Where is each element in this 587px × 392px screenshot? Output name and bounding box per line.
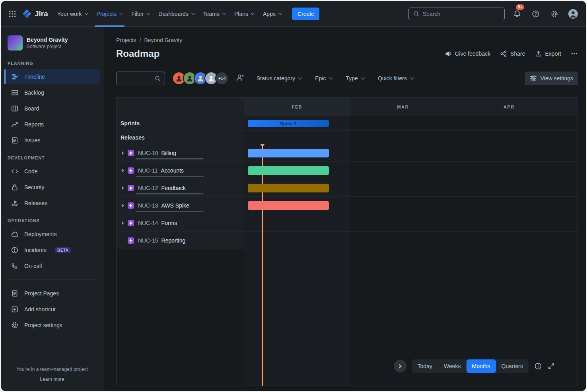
sidebar-item-backlog[interactable]: Backlog [4,85,100,100]
filter-quick-filters[interactable]: Quick filters [378,75,413,82]
main-content: Projects Beyond Gravity Roadmap Give fee… [103,27,586,391]
epic-row-nuc-11[interactable]: NUC-11 Accounts [117,162,577,179]
epic-row-nuc-15[interactable]: NUC-15 Reporting [117,232,577,249]
nav-plans[interactable]: Plans [230,1,259,27]
sidebar-item-incidents[interactable]: Incidents BETA [4,243,100,258]
megaphone-icon [445,50,452,57]
jira-logo[interactable]: Jira [22,9,48,19]
sidebar-item-releases[interactable]: Releases [4,196,100,211]
export-button[interactable]: Export [535,50,561,57]
expand-icon [548,363,555,370]
expand-chevron-icon[interactable] [119,202,126,209]
breadcrumb-project-name[interactable]: Beyond Gravity [144,37,182,43]
breadcrumb-projects[interactable]: Projects [116,37,136,43]
expand-chevron-icon[interactable] [119,184,126,192]
sidebar-item-label: Project settings [24,322,62,328]
phone-icon [11,262,19,270]
filter-type[interactable]: Type [346,75,364,82]
timeline-cell-partial [562,144,577,161]
sidebar-item-add-shortcut[interactable]: Add shortcut [4,302,100,317]
filter-label: Type [346,75,358,82]
timeline-cell-apr [456,144,562,161]
timeline-info-button[interactable] [534,362,542,370]
filter-status-category[interactable]: Status category [257,75,301,82]
profile-button[interactable] [567,8,579,20]
timeline-search-input[interactable] [120,75,154,82]
filter-bar: Status category Epic Type Quick filters [257,75,413,82]
page-header: Roadmap Give feedback [116,47,586,60]
sidebar-item-board[interactable]: Board [4,101,100,116]
info-icon [534,362,542,370]
scroll-right-button[interactable] [394,360,406,373]
share-label: Share [510,50,525,57]
share-button[interactable]: Share [500,50,525,57]
today-button[interactable]: Today [412,359,438,373]
sidebar-item-project-pages[interactable]: Project Pages [4,286,100,301]
filter-epic[interactable]: Epic [315,75,332,82]
help-button[interactable]: ? [529,8,542,20]
epic-schedule-bar[interactable] [248,184,329,192]
give-feedback-button[interactable]: Give feedback [445,50,491,57]
add-shortcut-icon [11,305,19,313]
breadcrumb: Projects Beyond Gravity [116,37,586,43]
epic-icon [128,167,134,174]
unit-quarters-button[interactable]: Quarters [496,359,529,373]
section-title-planning: PLANNING [1,54,103,69]
epic-row-names: NUC-13 AWS Spike [117,197,244,214]
sidebar-item-deployments[interactable]: Deployments [4,227,100,242]
epic-schedule-bar[interactable] [248,166,329,175]
epic-row-nuc-12[interactable]: NUC-12 Feedback [117,179,577,197]
nav-your-work[interactable]: Your work [53,1,92,27]
search-icon [413,10,420,17]
epic-row-nuc-10[interactable]: NUC-10 Billing [117,144,577,162]
board-icon [11,105,19,113]
learn-more-link[interactable]: Learn more [8,376,97,382]
more-actions-button[interactable] [571,50,578,57]
breadcrumb-separator [140,37,141,43]
epic-row-nuc-14[interactable]: NUC-14 Forms [117,214,577,232]
sidebar-item-timeline[interactable]: Timeline [4,69,100,84]
timeline-search[interactable] [116,72,165,85]
fullscreen-button[interactable] [548,363,555,370]
view-settings-button[interactable]: View settings [525,72,578,85]
nav-teams[interactable]: Teams [199,1,230,27]
jira-app: Jira Your work Projects Filter Dashboard… [1,1,586,391]
create-button[interactable]: Create [292,8,319,20]
sliders-icon [530,75,537,82]
nav-filter[interactable]: Filter [127,1,154,27]
global-search-input[interactable] [423,11,500,17]
sprint-bar[interactable]: Sprint 2 [248,120,329,127]
epic-name: Accounts [161,167,184,174]
sidebar-item-label: Timeline [24,74,45,80]
expand-chevron-icon[interactable] [119,149,126,157]
sidebar-item-code[interactable]: Code [4,164,100,179]
settings-button[interactable] [548,8,561,20]
global-search[interactable] [408,8,505,20]
nav-dashboards[interactable]: Dashboards [154,1,199,27]
avatar-overflow-count[interactable]: +14 [215,72,229,85]
app-switcher-button[interactable] [6,8,19,20]
project-type: Software project [27,44,68,49]
nav-apps[interactable]: Apps [259,1,286,27]
sidebar-item-issues[interactable]: Issues [4,133,100,148]
unit-months-button[interactable]: Months [466,359,496,373]
add-people-button[interactable] [236,73,245,83]
sidebar-item-reports[interactable]: Reports [4,117,100,132]
nav-projects[interactable]: Projects [92,1,127,27]
sidebar-item-project-settings[interactable]: Project settings [4,318,100,333]
epic-key: NUC-11 [138,167,158,174]
epic-name: AWS Spike [161,202,189,209]
document-icon [11,289,19,297]
unit-weeks-button[interactable]: Weeks [438,359,466,373]
sidebar-item-security[interactable]: Security [4,180,100,195]
expand-chevron-icon[interactable] [119,219,126,227]
epic-schedule-bar[interactable] [248,149,329,157]
epic-row-nuc-13[interactable]: NUC-13 AWS Spike [117,197,577,214]
expand-chevron-icon[interactable] [119,167,126,174]
timeline-cell-partial [562,116,577,130]
share-icon [500,50,507,57]
epic-schedule-bar[interactable] [248,201,329,210]
sidebar-item-on-call[interactable]: On-call [4,258,100,274]
navbar-right-cluster: 9+ ? [408,8,579,20]
notifications-button[interactable]: 9+ [511,8,523,20]
